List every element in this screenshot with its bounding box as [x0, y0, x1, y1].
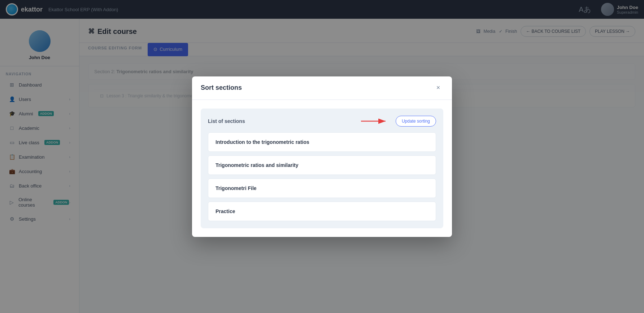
section-card-label: Practice	[216, 208, 235, 214]
section-card-label: Introduction to the trigonometric ratios	[216, 139, 309, 145]
modal-title: Sort sections	[201, 84, 242, 92]
sort-sections-modal: Sort sections × List of sections	[192, 76, 452, 237]
modal-header: Sort sections ×	[192, 76, 452, 100]
modal-overlay[interactable]: Sort sections × List of sections	[0, 0, 644, 313]
section-card-label: Trigonometri File	[216, 185, 257, 191]
modal-close-button[interactable]: ×	[433, 83, 443, 93]
sections-container: List of sections Update sorting	[201, 109, 443, 228]
sections-list-label: List of sections	[208, 118, 245, 124]
modal-body: List of sections Update sorting	[192, 100, 452, 237]
sections-header: List of sections Update sorting	[208, 116, 436, 127]
update-sorting-button[interactable]: Update sorting	[396, 116, 436, 127]
section-card-label: Trigonometric ratios and similarity	[216, 162, 299, 168]
red-arrow	[361, 117, 390, 125]
section-card-3[interactable]: Trigonometri File	[208, 178, 436, 198]
section-card-1[interactable]: Introduction to the trigonometric ratios	[208, 132, 436, 152]
section-card-4[interactable]: Practice	[208, 202, 436, 221]
section-card-2[interactable]: Trigonometric ratios and similarity	[208, 155, 436, 175]
